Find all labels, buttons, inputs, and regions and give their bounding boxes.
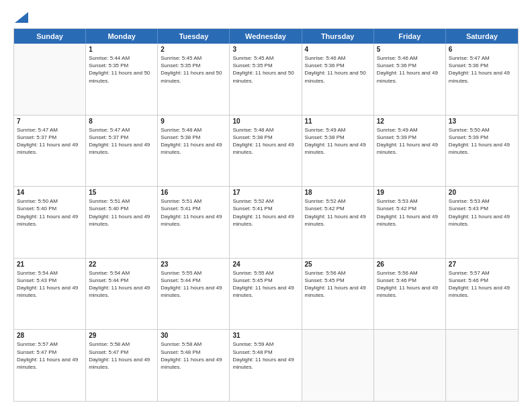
cell-info: Sunrise: 5:46 AMSunset: 5:36 PMDaylight:…	[377, 54, 443, 85]
day-number: 24	[232, 261, 298, 268]
svg-marker-0	[15, 12, 28, 23]
header-day-tuesday: Tuesday	[158, 29, 230, 44]
day-number: 1	[89, 46, 154, 53]
calendar-cell: 13Sunrise: 5:50 AMSunset: 5:39 PMDayligh…	[446, 116, 518, 187]
cell-info: Sunrise: 5:58 AMSunset: 5:47 PMDaylight:…	[89, 340, 154, 371]
cell-info: Sunrise: 5:48 AMSunset: 5:38 PMDaylight:…	[232, 126, 298, 156]
calendar-cell: 28Sunrise: 5:57 AMSunset: 5:47 PMDayligh…	[14, 330, 86, 401]
day-number: 9	[161, 118, 226, 125]
calendar-cell: 30Sunrise: 5:58 AMSunset: 5:48 PMDayligh…	[158, 330, 230, 401]
calendar-cell: 17Sunrise: 5:52 AMSunset: 5:41 PMDayligh…	[230, 187, 302, 258]
calendar-cell: 14Sunrise: 5:50 AMSunset: 5:40 PMDayligh…	[14, 187, 86, 258]
calendar-week-4: 28Sunrise: 5:57 AMSunset: 5:47 PMDayligh…	[14, 330, 518, 401]
day-number: 14	[17, 189, 83, 196]
day-number: 12	[377, 118, 443, 125]
cell-info: Sunrise: 5:59 AMSunset: 5:48 PMDaylight:…	[232, 340, 298, 371]
cell-info: Sunrise: 5:56 AMSunset: 5:45 PMDaylight:…	[305, 269, 371, 300]
cell-info: Sunrise: 5:53 AMSunset: 5:42 PMDaylight:…	[377, 197, 443, 228]
calendar-cell: 19Sunrise: 5:53 AMSunset: 5:42 PMDayligh…	[374, 187, 446, 258]
logo-icon	[15, 12, 28, 23]
day-number: 8	[89, 118, 154, 125]
day-number: 5	[377, 46, 443, 53]
day-number: 6	[449, 46, 515, 53]
cell-info: Sunrise: 5:55 AMSunset: 5:45 PMDaylight:…	[232, 269, 298, 300]
calendar-week-3: 21Sunrise: 5:54 AMSunset: 5:43 PMDayligh…	[14, 259, 518, 330]
cell-info: Sunrise: 5:55 AMSunset: 5:44 PMDaylight:…	[161, 269, 226, 300]
calendar-cell: 26Sunrise: 5:56 AMSunset: 5:46 PMDayligh…	[374, 259, 446, 330]
calendar-cell: 22Sunrise: 5:54 AMSunset: 5:44 PMDayligh…	[86, 259, 158, 330]
header-day-wednesday: Wednesday	[230, 29, 302, 44]
cell-info: Sunrise: 5:57 AMSunset: 5:47 PMDaylight:…	[17, 340, 83, 371]
calendar-cell: 16Sunrise: 5:51 AMSunset: 5:41 PMDayligh…	[158, 187, 230, 258]
day-number: 22	[89, 261, 154, 268]
calendar-cell	[14, 44, 86, 115]
day-number: 30	[161, 332, 226, 339]
calendar-cell: 11Sunrise: 5:49 AMSunset: 5:38 PMDayligh…	[302, 116, 374, 187]
calendar-cell: 8Sunrise: 5:47 AMSunset: 5:37 PMDaylight…	[86, 116, 158, 187]
calendar-cell	[374, 330, 446, 401]
cell-info: Sunrise: 5:44 AMSunset: 5:35 PMDaylight:…	[89, 54, 154, 85]
day-number: 17	[232, 189, 298, 196]
calendar-cell: 18Sunrise: 5:52 AMSunset: 5:42 PMDayligh…	[302, 187, 374, 258]
day-number: 15	[89, 189, 154, 196]
day-number: 13	[449, 118, 515, 125]
day-number: 16	[161, 189, 226, 196]
calendar-cell: 27Sunrise: 5:57 AMSunset: 5:46 PMDayligh…	[446, 259, 518, 330]
cell-info: Sunrise: 5:50 AMSunset: 5:40 PMDaylight:…	[17, 197, 83, 228]
day-number: 29	[89, 332, 154, 339]
calendar-cell: 10Sunrise: 5:48 AMSunset: 5:38 PMDayligh…	[230, 116, 302, 187]
cell-info: Sunrise: 5:45 AMSunset: 5:35 PMDaylight:…	[232, 54, 298, 85]
calendar-cell: 31Sunrise: 5:59 AMSunset: 5:48 PMDayligh…	[230, 330, 302, 401]
calendar-cell: 24Sunrise: 5:55 AMSunset: 5:45 PMDayligh…	[230, 259, 302, 330]
cell-info: Sunrise: 5:47 AMSunset: 5:37 PMDaylight:…	[89, 126, 154, 156]
day-number: 28	[17, 332, 83, 339]
header-day-thursday: Thursday	[302, 29, 374, 44]
day-number: 25	[305, 261, 371, 268]
calendar-cell: 15Sunrise: 5:51 AMSunset: 5:40 PMDayligh…	[86, 187, 158, 258]
cell-info: Sunrise: 5:46 AMSunset: 5:36 PMDaylight:…	[305, 54, 371, 85]
cell-info: Sunrise: 5:49 AMSunset: 5:39 PMDaylight:…	[377, 126, 443, 156]
calendar-cell: 2Sunrise: 5:45 AMSunset: 5:35 PMDaylight…	[158, 44, 230, 115]
cell-info: Sunrise: 5:51 AMSunset: 5:41 PMDaylight:…	[161, 197, 226, 228]
calendar-week-0: 1Sunrise: 5:44 AMSunset: 5:35 PMDaylight…	[14, 44, 518, 116]
day-number: 27	[449, 261, 515, 268]
calendar-cell: 5Sunrise: 5:46 AMSunset: 5:36 PMDaylight…	[374, 44, 446, 115]
cell-info: Sunrise: 5:52 AMSunset: 5:41 PMDaylight:…	[232, 197, 298, 228]
day-number: 2	[161, 46, 226, 53]
cell-info: Sunrise: 5:53 AMSunset: 5:43 PMDaylight:…	[449, 197, 515, 228]
day-number: 3	[232, 46, 298, 53]
day-number: 23	[161, 261, 226, 268]
cell-info: Sunrise: 5:47 AMSunset: 5:36 PMDaylight:…	[449, 54, 515, 85]
cell-info: Sunrise: 5:50 AMSunset: 5:39 PMDaylight:…	[449, 126, 515, 156]
calendar-cell	[446, 330, 518, 401]
calendar-cell: 6Sunrise: 5:47 AMSunset: 5:36 PMDaylight…	[446, 44, 518, 115]
calendar-cell: 23Sunrise: 5:55 AMSunset: 5:44 PMDayligh…	[158, 259, 230, 330]
calendar-week-2: 14Sunrise: 5:50 AMSunset: 5:40 PMDayligh…	[14, 187, 518, 259]
header-day-friday: Friday	[374, 29, 446, 44]
cell-info: Sunrise: 5:57 AMSunset: 5:46 PMDaylight:…	[449, 269, 515, 300]
day-number: 11	[305, 118, 371, 125]
calendar-cell: 7Sunrise: 5:47 AMSunset: 5:37 PMDaylight…	[14, 116, 86, 187]
calendar-cell: 1Sunrise: 5:44 AMSunset: 5:35 PMDaylight…	[86, 44, 158, 115]
day-number: 26	[377, 261, 443, 268]
day-number: 19	[377, 189, 443, 196]
calendar-cell: 21Sunrise: 5:54 AMSunset: 5:43 PMDayligh…	[14, 259, 86, 330]
logo	[13, 12, 28, 23]
calendar-cell	[302, 330, 374, 401]
calendar: SundayMondayTuesdayWednesdayThursdayFrid…	[13, 28, 519, 402]
day-number: 10	[232, 118, 298, 125]
cell-info: Sunrise: 5:52 AMSunset: 5:42 PMDaylight:…	[305, 197, 371, 228]
cell-info: Sunrise: 5:54 AMSunset: 5:44 PMDaylight:…	[89, 269, 154, 300]
calendar-week-1: 7Sunrise: 5:47 AMSunset: 5:37 PMDaylight…	[14, 116, 518, 187]
cell-info: Sunrise: 5:56 AMSunset: 5:46 PMDaylight:…	[377, 269, 443, 300]
calendar-header: SundayMondayTuesdayWednesdayThursdayFrid…	[14, 29, 518, 44]
cell-info: Sunrise: 5:45 AMSunset: 5:35 PMDaylight:…	[161, 54, 226, 85]
day-number: 31	[232, 332, 298, 339]
calendar-cell: 4Sunrise: 5:46 AMSunset: 5:36 PMDaylight…	[302, 44, 374, 115]
header	[13, 12, 519, 23]
calendar-cell: 9Sunrise: 5:48 AMSunset: 5:38 PMDaylight…	[158, 116, 230, 187]
day-number: 7	[17, 118, 83, 125]
cell-info: Sunrise: 5:58 AMSunset: 5:48 PMDaylight:…	[161, 340, 226, 371]
calendar-body: 1Sunrise: 5:44 AMSunset: 5:35 PMDaylight…	[14, 44, 518, 401]
calendar-cell: 3Sunrise: 5:45 AMSunset: 5:35 PMDaylight…	[230, 44, 302, 115]
